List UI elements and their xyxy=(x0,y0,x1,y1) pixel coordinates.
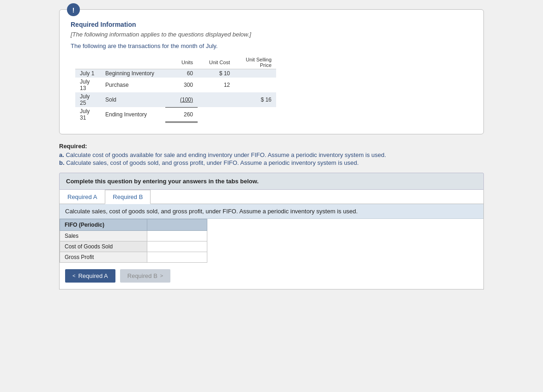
table-row: July 13 Purchase 300 12 xyxy=(75,78,276,92)
table-row: July 1 Beginning Inventory 60 $ 10 xyxy=(75,69,276,78)
fifo-row-gross: Gross Profit xyxy=(60,252,207,262)
fifo-row-cogs: Cost of Goods Sold xyxy=(60,241,207,252)
table-row: July 25 Sold (100) $ 16 xyxy=(75,92,276,107)
info-desc: The following are the transactions for t… xyxy=(71,42,472,49)
sales-input[interactable] xyxy=(152,233,202,239)
prev-button[interactable]: < Required A xyxy=(65,269,115,283)
transaction-table: Units Unit Cost Unit SellingPrice July 1… xyxy=(75,56,276,123)
fifo-header-value xyxy=(147,219,207,230)
required-section: Required: a. Calculate cost of goods ava… xyxy=(59,143,484,166)
fifo-header-label: FIFO (Periodic) xyxy=(60,219,147,230)
tab-instruction: Calculate sales, cost of goods sold, and… xyxy=(60,204,483,219)
chevron-right-icon: > xyxy=(160,273,163,278)
unit-selling-header: Unit SellingPrice xyxy=(235,56,276,69)
cogs-input[interactable] xyxy=(152,243,202,250)
tabs-container: Required A Required B Calculate sales, c… xyxy=(59,190,484,289)
info-icon: ! xyxy=(67,3,80,16)
table-row: July 31 Ending Inventory 260 xyxy=(75,107,276,122)
nav-buttons: < Required A Required B > xyxy=(60,263,483,289)
fifo-row-sales: Sales xyxy=(60,230,207,241)
units-header: Units xyxy=(165,56,198,69)
tab-b-content: Calculate sales, cost of goods sold, and… xyxy=(60,204,483,289)
unit-cost-header: Unit Cost xyxy=(198,56,235,69)
required-item-b: b. Calculate sales, cost of goods sold, … xyxy=(59,159,484,166)
info-subtitle: [The following information applies to th… xyxy=(71,31,472,38)
tab-required-a[interactable]: Required A xyxy=(60,190,105,204)
page-wrapper: ! Required Information [The following in… xyxy=(59,9,484,289)
gross-profit-input[interactable] xyxy=(152,254,202,260)
tabs-header: Required A Required B xyxy=(60,190,483,204)
next-button-label: Required B xyxy=(127,272,157,279)
complete-box: Complete this question by entering your … xyxy=(59,173,484,190)
info-title: Required Information xyxy=(71,21,472,28)
required-label: Required: xyxy=(59,143,484,150)
next-button[interactable]: Required B > xyxy=(120,269,170,283)
chevron-left-icon: < xyxy=(72,273,75,278)
prev-button-label: Required A xyxy=(78,272,108,279)
info-box: ! Required Information [The following in… xyxy=(59,9,484,134)
required-item-a: a. Calculate cost of goods available for… xyxy=(59,151,484,158)
complete-label: Complete this question by entering your … xyxy=(66,178,259,185)
fifo-table: FIFO (Periodic) Sales Cost of Goods Sold xyxy=(60,219,207,263)
tab-required-b[interactable]: Required B xyxy=(105,190,151,204)
